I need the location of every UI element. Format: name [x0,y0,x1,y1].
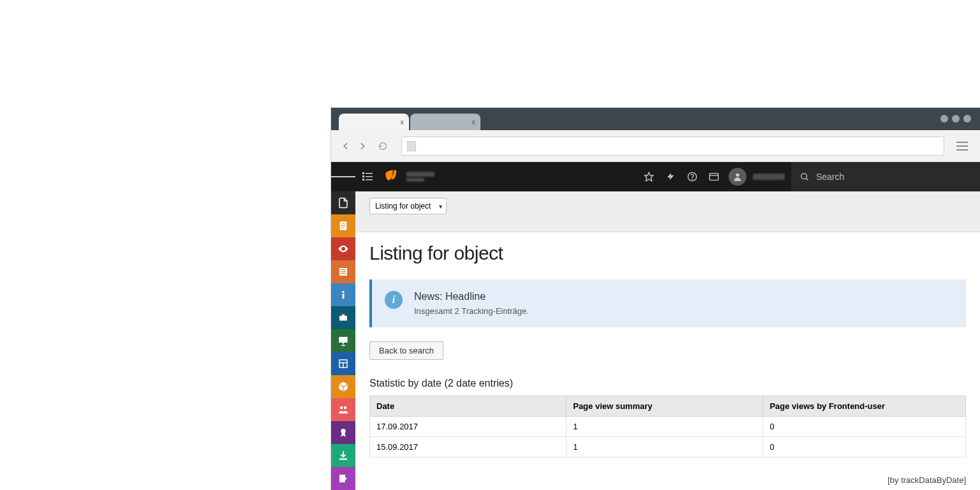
url-bar[interactable] [401,137,944,156]
typo3-logo-icon [383,168,400,185]
svg-point-35 [344,406,347,410]
browser-titlebar: x x [331,108,980,130]
svg-rect-24 [343,294,345,299]
help-icon[interactable] [681,162,703,191]
app-topbar: Search [331,162,980,191]
info-panel-title: News: Headline [414,291,529,302]
module-sidebar [331,191,355,490]
cell-feuser: 0 [763,437,966,457]
browser-toolbar [331,130,980,162]
sidebar-item-workspaces[interactable] [331,306,355,329]
info-icon: i [385,291,403,309]
col-date: Date [370,396,567,417]
svg-rect-26 [342,315,345,316]
cell-summary: 1 [567,437,763,457]
col-summary: Page view summary [567,396,763,417]
browser-tab-inactive[interactable]: x [410,114,480,130]
cell-feuser: 0 [763,417,966,437]
page-content: Listing for object i News: Headline Insg… [355,232,980,457]
hamburger-icon[interactable] [951,142,974,151]
svg-point-13 [801,173,807,179]
sidebar-item-download[interactable] [331,444,355,467]
sidebar-item-page[interactable] [331,214,355,237]
svg-line-14 [806,178,808,180]
svg-rect-37 [339,459,347,460]
sidebar-item-export[interactable] [331,467,355,490]
svg-rect-27 [339,337,348,343]
info-panel-subtitle: Insgesamt 2 Tracking-Einträge. [414,306,529,316]
star-icon[interactable] [638,162,660,191]
list-toggle-icon[interactable] [355,172,380,181]
sidebar-item-list[interactable] [331,260,355,283]
window-control-dot[interactable] [963,115,971,122]
page-icon [407,141,416,151]
window-controls [940,115,971,122]
sidebar-item-package[interactable] [331,375,355,398]
sidebar-item-template[interactable] [331,352,355,375]
svg-rect-0 [362,172,364,174]
sidebar-item-info[interactable] [331,283,355,306]
stats-table: Date Page view summary Page views by Fro… [369,396,966,457]
lightning-icon[interactable] [660,162,681,191]
content-area: Listing for object Listing for object i … [355,191,980,490]
sidebar-item-users[interactable] [331,398,355,421]
content-toolbar: Listing for object [355,191,980,232]
svg-rect-18 [341,227,344,228]
svg-rect-25 [339,316,347,321]
reload-icon[interactable] [375,138,391,154]
browser-tab-active[interactable]: x [339,114,409,130]
back-to-search-button[interactable]: Back to search [369,341,443,360]
dropdown-selected-label: Listing for object [375,202,431,211]
svg-rect-31 [340,360,347,362]
menu-toggle-icon[interactable] [331,162,355,191]
application-icon[interactable] [703,162,725,191]
info-panel: i News: Headline Insgesamt 2 Tracking-Ei… [369,279,966,327]
svg-point-9 [692,179,693,180]
back-icon[interactable] [338,138,354,154]
sidebar-item-award[interactable] [331,421,355,444]
sidebar-item-file[interactable] [331,191,355,214]
cell-date: 17.09.2017 [370,417,567,437]
forward-icon[interactable] [354,138,371,154]
close-icon[interactable]: x [401,118,405,126]
cell-date: 15.09.2017 [370,437,567,457]
username-text [753,174,785,180]
svg-rect-3 [366,176,373,177]
app-body: Listing for object Listing for object i … [331,191,980,490]
svg-rect-32 [340,363,343,367]
svg-rect-33 [344,363,347,367]
col-feuser: Page views by Frontend-user [763,396,966,417]
svg-point-12 [736,174,739,177]
svg-rect-16 [341,223,345,224]
close-icon[interactable]: x [472,118,476,126]
table-row: 17.09.201710 [370,417,966,437]
svg-rect-5 [366,179,373,181]
svg-rect-1 [366,173,373,174]
search-placeholder: Search [816,172,844,182]
svg-rect-20 [341,269,346,270]
sidebar-item-presentation[interactable] [331,329,355,352]
svg-rect-21 [341,271,346,272]
user-avatar-icon[interactable] [729,168,746,186]
stats-heading: Statistic by date (2 date entries) [369,378,966,389]
svg-marker-6 [644,172,653,181]
svg-rect-4 [362,179,364,181]
page-title: Listing for object [369,242,966,264]
cell-summary: 1 [567,417,763,437]
svg-rect-10 [709,174,718,181]
search-icon [800,172,810,182]
svg-marker-7 [667,173,674,181]
svg-rect-2 [362,175,364,177]
sidebar-item-view[interactable] [331,237,355,260]
svg-point-34 [340,406,343,410]
view-selector-dropdown[interactable]: Listing for object [369,198,447,214]
window-control-dot[interactable] [952,115,960,122]
footer-credit: [by trackDataByDate] [887,475,966,485]
search-box[interactable]: Search [791,162,980,191]
svg-rect-22 [341,273,346,274]
window-control-dot[interactable] [940,115,948,122]
browser-window: x x [330,107,980,490]
table-row: 15.09.201710 [370,437,966,457]
svg-rect-17 [341,225,345,226]
svg-point-36 [341,429,346,434]
